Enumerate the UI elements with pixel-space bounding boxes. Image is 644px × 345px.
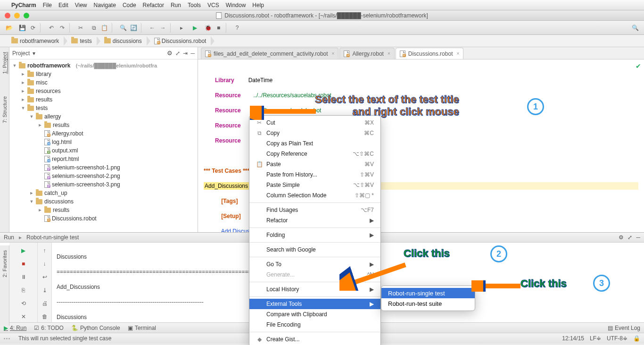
find-icon[interactable]: 🔍 xyxy=(118,23,128,33)
lock-icon[interactable]: 🔒 xyxy=(633,335,640,342)
minimize-window-icon[interactable] xyxy=(14,13,20,18)
app-menu[interactable]: PyCharm xyxy=(11,2,36,8)
menu-view[interactable]: View xyxy=(75,2,87,8)
menu-file[interactable]: File xyxy=(43,2,52,8)
ctx-paste-from-history-[interactable]: Paste from History...⇧⌘V xyxy=(249,169,380,180)
search-everywhere-icon[interactable]: 🔍 xyxy=(630,23,640,33)
line-separator[interactable]: LF≑ xyxy=(590,335,601,342)
menu-tools[interactable]: Tools xyxy=(188,2,201,8)
clear-icon[interactable]: 🗑 xyxy=(39,311,51,322)
replace-icon[interactable]: 🔄 xyxy=(131,23,141,33)
zoom-window-icon[interactable] xyxy=(24,13,29,18)
scroll-from-source-icon[interactable]: ⤢ xyxy=(175,50,180,57)
ctx-refactor[interactable]: Refactor▶ xyxy=(249,215,380,226)
close-run-icon[interactable]: ✕ xyxy=(17,311,30,322)
crumb-discussions[interactable]: discussions xyxy=(97,35,147,47)
dump-threads-icon[interactable]: ⎘ xyxy=(17,285,30,295)
menu-navigate[interactable]: Navigate xyxy=(94,2,116,8)
ctx-search-with-google[interactable]: Search with Google xyxy=(249,244,380,255)
sync-icon[interactable]: ⟳ xyxy=(30,23,41,33)
ctx-generate-[interactable]: Generate...^N xyxy=(249,269,380,280)
ctx-go-to[interactable]: Go To▶ xyxy=(249,259,380,269)
tree-node[interactable]: ►results xyxy=(9,95,198,104)
tree-node[interactable]: selenium-screenshot-2.png xyxy=(9,172,198,180)
rerun-icon[interactable]: ▶ xyxy=(17,245,30,256)
ctx-copy-reference[interactable]: Copy Reference⌥⇧⌘C xyxy=(249,149,380,159)
tree-node[interactable]: Discussions.robot xyxy=(9,214,198,223)
crumb-file[interactable]: Discussions.robot xyxy=(147,35,211,47)
project-tree[interactable]: ▼robotframework (~/rails/██████elenium/r… xyxy=(9,59,198,232)
ctx-paste[interactable]: 📋Paste⌘V xyxy=(249,159,380,169)
redo-icon[interactable]: ↷ xyxy=(59,23,70,33)
menu-help[interactable]: Help xyxy=(252,2,264,8)
help-icon[interactable]: ? xyxy=(232,23,242,33)
tree-node[interactable]: ►resources xyxy=(9,87,198,95)
run-hide-icon[interactable]: ─ xyxy=(636,234,640,241)
selected-test-name[interactable]: Add_Discussions xyxy=(204,182,249,190)
menu-edit[interactable]: Edit xyxy=(58,2,68,8)
forward-icon[interactable]: → xyxy=(160,23,171,33)
build-icon[interactable]: ▸ xyxy=(176,23,187,33)
tab-project[interactable]: 1: Project xyxy=(2,50,8,76)
ctx-paste-simple[interactable]: Paste Simple⌥⇧⌘V xyxy=(249,180,380,190)
ctx-compare-with-clipboard[interactable]: Compare with Clipboard xyxy=(249,309,380,320)
ctx-local-history[interactable]: Local History▶ xyxy=(249,284,380,295)
mac-menubar[interactable]: PyCharm File Edit View Navigate Code Ref… xyxy=(0,0,644,10)
undo-icon[interactable]: ↶ xyxy=(46,23,57,33)
ctx-copy-as-plain-text[interactable]: Copy as Plain Text xyxy=(249,138,380,149)
ctx-cut[interactable]: ✂Cut⌘X xyxy=(249,118,380,128)
tab-structure[interactable]: 7: Structure xyxy=(2,94,8,125)
menu-code[interactable]: Code xyxy=(123,2,136,8)
tab-event-log[interactable]: ▤Event Log xyxy=(608,325,640,331)
ctx-file-encoding[interactable]: File Encoding xyxy=(249,320,380,330)
tree-node[interactable]: ►library xyxy=(9,70,198,78)
tree-node[interactable]: output.xml xyxy=(9,146,198,155)
crumb-root[interactable]: robotframework xyxy=(4,35,64,47)
run-pin-icon[interactable]: ⤢ xyxy=(627,234,632,241)
stop-run-icon[interactable]: ■ xyxy=(17,259,30,269)
tree-node[interactable]: ►results xyxy=(9,121,198,129)
tree-node[interactable]: ▼tests xyxy=(9,104,198,112)
tab-todo[interactable]: ☑6: TODO xyxy=(34,325,64,331)
menu-window[interactable]: Window xyxy=(226,2,246,8)
pause-icon[interactable]: ⏸ xyxy=(17,272,30,282)
editor-tab-files[interactable]: files_add_edit_delete_comment_activity.r… xyxy=(201,48,339,59)
down-stack-icon[interactable]: ↓ xyxy=(39,259,51,269)
tree-node[interactable]: log.html xyxy=(9,138,198,146)
menu-refactor[interactable]: Refactor xyxy=(143,2,164,8)
tab-python-console[interactable]: 🐍Python Console xyxy=(71,325,120,331)
up-stack-icon[interactable]: ↑ xyxy=(39,245,51,256)
restore-layout-icon[interactable]: ⟲ xyxy=(17,298,30,309)
scroll-end-icon[interactable]: ⤓ xyxy=(39,285,51,295)
soft-wrap-icon[interactable]: ↩ xyxy=(39,272,51,282)
tree-node[interactable]: ▼discussions xyxy=(9,197,198,206)
tree-node[interactable]: report.html xyxy=(9,155,198,163)
menu-vcs[interactable]: VCS xyxy=(207,2,219,8)
ctx-folding[interactable]: Folding▶ xyxy=(249,230,380,240)
close-tab-icon[interactable]: × xyxy=(332,51,335,56)
ctx-column-selection-mode[interactable]: Column Selection Mode⇧⌘▢ * xyxy=(249,190,380,201)
tab-favorites[interactable]: 2: Favorites xyxy=(2,248,8,279)
tab-terminal[interactable]: ▣Terminal xyxy=(128,325,156,331)
run-config-name[interactable]: Robot-run-single test xyxy=(26,234,79,241)
collapse-all-icon[interactable]: ⇥ xyxy=(183,50,188,57)
caret-position[interactable]: 12:14/15 xyxy=(562,335,584,342)
stop-icon[interactable]: ■ xyxy=(216,23,226,33)
run-settings-icon[interactable]: ⚙ xyxy=(619,234,624,241)
tree-node[interactable]: Allergy.robot xyxy=(9,129,198,138)
save-all-icon[interactable]: 💾 xyxy=(17,23,27,33)
crumb-tests[interactable]: tests xyxy=(64,35,96,47)
close-tab-icon[interactable]: × xyxy=(388,51,390,56)
menu-run[interactable]: Run xyxy=(171,2,181,8)
tree-node[interactable]: ▼allergy xyxy=(9,112,198,121)
editor-tab-discussions[interactable]: Discussions.robot× xyxy=(396,48,464,59)
tree-node[interactable]: selenium-screenshot-1.png xyxy=(9,163,198,172)
open-file-icon[interactable]: 📂 xyxy=(4,23,14,33)
back-icon[interactable]: ← xyxy=(147,23,157,33)
ctx-external-tools[interactable]: External Tools▶ xyxy=(249,299,380,309)
submenu-robot-run-single-test[interactable]: Robot-run-single test xyxy=(381,288,475,298)
run-icon[interactable]: ▶ xyxy=(190,23,200,33)
tree-node[interactable]: ►misc xyxy=(9,78,198,87)
tree-node[interactable]: ►catch_up xyxy=(9,189,198,197)
close-window-icon[interactable] xyxy=(5,13,10,18)
